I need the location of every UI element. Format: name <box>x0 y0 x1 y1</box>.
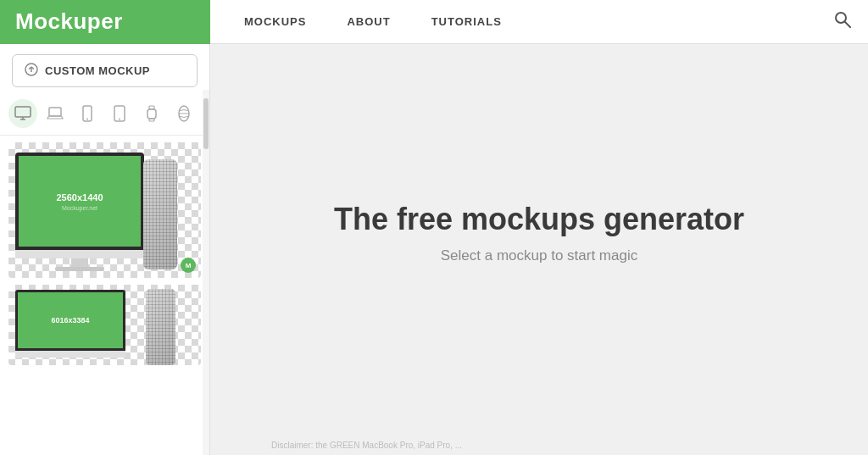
custom-mockup-button[interactable]: CUSTOM MOCKUP <box>12 54 198 87</box>
imac-stand <box>71 258 88 267</box>
custom-mockup-label: CUSTOM MOCKUP <box>45 64 150 77</box>
svg-point-13 <box>119 119 120 120</box>
imac-chin <box>15 250 144 258</box>
svg-line-1 <box>845 22 850 27</box>
svg-rect-14 <box>147 109 156 119</box>
watch-icon <box>146 105 158 122</box>
content-subtitle: Select a mockup to start magic <box>441 247 637 264</box>
filter-other[interactable] <box>170 99 198 128</box>
filter-watch[interactable] <box>137 99 166 128</box>
search-icon <box>834 11 851 28</box>
imac-base <box>55 267 104 271</box>
phone-icon <box>82 105 92 122</box>
filter-desktop[interactable] <box>8 99 37 128</box>
svg-point-0 <box>836 13 846 23</box>
device-filters <box>0 96 209 136</box>
imac2-chin <box>15 351 125 358</box>
nav-tutorials[interactable]: TUTORIALS <box>431 15 502 28</box>
filter-tablet[interactable] <box>105 99 134 128</box>
sidebar-scrollbar[interactable] <box>203 90 209 455</box>
content-title: The free mockups generator <box>334 202 744 237</box>
scrollbar-thumb <box>203 98 209 149</box>
mac-pro-holes <box>143 159 177 269</box>
mockup2-resolution: 6016x3384 <box>51 316 89 325</box>
footer-disclaimer: Disclaimer: the GREEN MacBook Pro, iPad … <box>271 441 462 450</box>
svg-point-11 <box>86 119 88 120</box>
nav-about[interactable]: ABOUT <box>347 15 390 28</box>
upload-icon <box>25 63 38 79</box>
desktop-icon <box>14 106 31 121</box>
svg-rect-9 <box>49 108 61 116</box>
mockup-brand: Mockuper.net <box>62 205 97 211</box>
mockup-item[interactable]: 2560x1440 Mockuper.net M <box>8 142 201 278</box>
svg-rect-6 <box>15 107 31 117</box>
navigation: MOCKUPS ABOUT TUTORIALS <box>210 15 834 28</box>
main-layout: CUSTOM MOCKUP <box>0 44 868 455</box>
tablet-icon <box>114 105 125 122</box>
imac2-screen: 6016x3384 <box>18 292 123 348</box>
header: Mockuper MOCKUPS ABOUT TUTORIALS <box>0 0 868 44</box>
content-area: The free mockups generator Select a mock… <box>210 44 868 455</box>
logo: Mockuper <box>0 0 210 44</box>
search-button[interactable] <box>834 11 851 32</box>
mac-pro2 <box>146 289 175 365</box>
mac-pro <box>143 159 177 269</box>
svg-rect-16 <box>149 119 154 121</box>
nav-mockups[interactable]: MOCKUPS <box>244 15 306 28</box>
mockup-list: 2560x1440 Mockuper.net M <box>0 136 209 455</box>
logo-text: Mockuper <box>15 8 123 35</box>
sidebar: CUSTOM MOCKUP <box>0 44 210 455</box>
laptop-icon <box>47 106 64 121</box>
filter-phone[interactable] <box>73 99 102 128</box>
mockup-resolution: 2560x1440 <box>56 192 103 203</box>
imac-screen: 2560x1440 Mockuper.net <box>19 156 141 247</box>
mockup-item[interactable]: 6016x3384 <box>8 285 201 365</box>
filter-laptop[interactable] <box>41 99 70 128</box>
mockup-badge: M <box>181 258 196 273</box>
mac-pro2-holes <box>146 289 175 365</box>
other-icon <box>177 105 191 122</box>
